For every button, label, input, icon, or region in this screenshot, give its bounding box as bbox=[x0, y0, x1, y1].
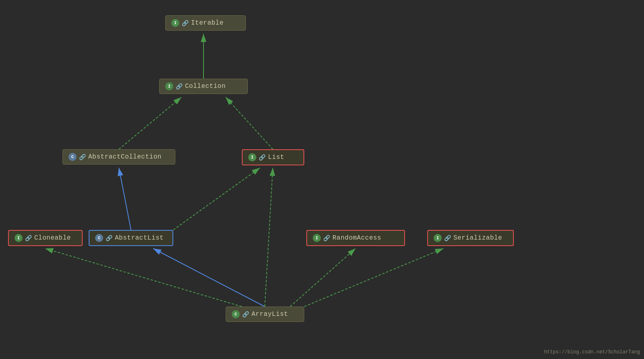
label-arraylist: ArrayList bbox=[251, 311, 288, 318]
label-abstractcollection: AbstractCollection bbox=[88, 153, 162, 161]
svg-line-6 bbox=[119, 168, 131, 230]
watermark: https://blog.csdn.net/ScholarTang bbox=[544, 349, 640, 355]
node-serializable: I 🔗 Serializable bbox=[427, 230, 514, 246]
link-icon-iterable: 🔗 bbox=[182, 20, 189, 27]
link-icon-arraylist: 🔗 bbox=[242, 311, 249, 318]
node-list: I 🔗 List bbox=[242, 149, 304, 165]
icon-arraylist: C bbox=[232, 310, 240, 318]
link-icon-collection: 🔗 bbox=[176, 83, 183, 90]
icon-cloneable: I bbox=[15, 234, 23, 242]
svg-line-12 bbox=[304, 248, 443, 307]
link-icon-abstractlist: 🔗 bbox=[106, 235, 112, 242]
icon-randomaccess: I bbox=[313, 234, 321, 242]
link-icon-list: 🔗 bbox=[259, 154, 266, 161]
icon-collection: I bbox=[165, 82, 173, 90]
node-arraylist: C 🔗 ArrayList bbox=[226, 307, 304, 322]
label-collection: Collection bbox=[185, 83, 226, 90]
link-icon-randomaccess: 🔗 bbox=[323, 235, 330, 242]
link-icon-cloneable: 🔗 bbox=[25, 235, 32, 242]
link-icon-abstractcollection: 🔗 bbox=[79, 154, 86, 161]
label-iterable: Iterable bbox=[191, 19, 224, 27]
svg-line-5 bbox=[226, 97, 273, 149]
icon-abstractcollection: C bbox=[69, 153, 77, 161]
label-serializable: Serializable bbox=[453, 234, 502, 242]
icon-serializable: I bbox=[434, 234, 442, 242]
label-list: List bbox=[268, 154, 284, 161]
node-iterable: I 🔗 Iterable bbox=[165, 15, 246, 31]
node-abstractcollection: C 🔗 AbstractCollection bbox=[62, 149, 175, 165]
diagram-container: I 🔗 Iterable I 🔗 Collection C 🔗 Abstract… bbox=[0, 0, 644, 359]
link-icon-serializable: 🔗 bbox=[444, 235, 451, 242]
icon-list: I bbox=[248, 153, 256, 161]
svg-line-10 bbox=[265, 168, 273, 307]
node-collection: I 🔗 Collection bbox=[159, 79, 248, 94]
label-cloneable: Cloneable bbox=[34, 234, 71, 242]
node-abstractlist: C 🔗 AbstractList bbox=[89, 230, 173, 246]
node-cloneable: I 🔗 Cloneable bbox=[8, 230, 83, 246]
svg-line-4 bbox=[119, 97, 181, 149]
icon-iterable: I bbox=[171, 19, 179, 27]
arrows-svg bbox=[0, 0, 644, 359]
node-randomaccess: I 🔗 RandomAccess bbox=[306, 230, 405, 246]
label-abstractlist: AbstractList bbox=[115, 234, 164, 242]
icon-abstractlist: C bbox=[95, 234, 103, 242]
svg-line-9 bbox=[45, 248, 242, 307]
svg-line-8 bbox=[153, 248, 265, 307]
label-randomaccess: RandomAccess bbox=[332, 234, 381, 242]
svg-line-7 bbox=[173, 168, 260, 230]
svg-line-11 bbox=[290, 248, 355, 307]
